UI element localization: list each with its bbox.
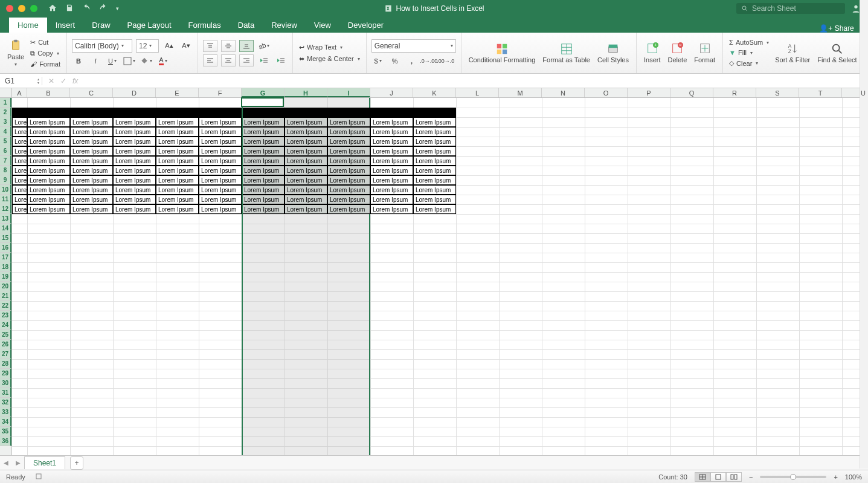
fx-icon[interactable]: fx — [72, 77, 78, 85]
row-header-4[interactable]: 4 — [0, 127, 11, 137]
column-header-E[interactable]: E — [156, 88, 199, 97]
table-cell[interactable]: Lorem Ipsum — [156, 127, 199, 137]
vertical-scrollbar[interactable] — [860, 0, 868, 468]
table-cell[interactable]: Lorem Ipsum — [285, 117, 327, 127]
table-cell[interactable]: Lorem Ipsum — [156, 185, 199, 195]
sheet-nav-next[interactable]: ▶ — [12, 459, 24, 466]
column-header-O[interactable]: O — [585, 88, 628, 97]
column-header-K[interactable]: K — [413, 88, 456, 97]
table-cell[interactable]: Lorem Ipsum — [199, 185, 242, 195]
font-size-combo[interactable]: 12▾ — [136, 39, 159, 53]
table-cell[interactable]: Lorem Ipsum — [370, 166, 413, 175]
column-header-S[interactable]: S — [756, 88, 799, 97]
row-header-30[interactable]: 30 — [0, 378, 11, 388]
align-left-button[interactable] — [203, 54, 217, 66]
row-header-11[interactable]: 11 — [0, 195, 11, 204]
row-header-8[interactable]: 8 — [0, 166, 11, 175]
undo-icon[interactable] — [82, 4, 91, 14]
fill-color-button[interactable] — [140, 55, 153, 67]
borders-button[interactable] — [123, 55, 136, 67]
column-header-Q[interactable]: Q — [670, 88, 713, 97]
cell-styles-button[interactable]: Cell Styles — [595, 35, 631, 70]
table-cell[interactable]: Lorem Ipsum — [413, 156, 456, 166]
column-header-U[interactable]: U — [842, 88, 868, 97]
table-cell[interactable]: Lorem Ipsum — [156, 166, 199, 175]
table-cell[interactable]: Lorem Ipsum — [285, 185, 327, 195]
font-color-button[interactable]: A — [156, 55, 170, 67]
row-header-36[interactable]: 36 — [0, 436, 11, 446]
redo-icon[interactable] — [99, 4, 108, 14]
table-cell[interactable]: Lorem Ipsum — [70, 127, 113, 137]
tab-page-layout[interactable]: Page Layout — [119, 18, 180, 33]
bold-button[interactable]: B — [72, 55, 85, 67]
zoom-out-button[interactable]: − — [749, 473, 753, 481]
table-cell[interactable]: Lorem Ipsum — [70, 137, 113, 146]
table-cell[interactable]: Lorem Ipsum — [413, 195, 456, 204]
table-cell[interactable]: Lorem Ipsum — [27, 137, 70, 146]
row-header-27[interactable]: 27 — [0, 349, 11, 359]
table-cell[interactable]: Lorem Ipsum — [70, 166, 113, 175]
table-cell[interactable]: Lorem Ipsum — [27, 156, 70, 166]
column-header-T[interactable]: T — [799, 88, 842, 97]
table-cell[interactable]: Lorem Ipsum — [27, 185, 70, 195]
table-cell[interactable]: Lorem Ipsum — [12, 175, 27, 185]
column-header-J[interactable]: J — [370, 88, 413, 97]
table-header-cell[interactable] — [413, 108, 456, 117]
active-cell[interactable] — [241, 97, 284, 107]
tab-insert[interactable]: Insert — [47, 18, 84, 33]
table-cell[interactable]: Lorem Ipsum — [327, 117, 370, 127]
zoom-slider[interactable] — [760, 476, 826, 478]
table-cell[interactable]: Lorem Ipsum — [113, 117, 156, 127]
table-cell[interactable]: Lorem Ipsum — [156, 175, 199, 185]
table-cell[interactable]: Lorem Ipsum — [12, 137, 27, 146]
table-cell[interactable]: Lorem Ipsum — [70, 146, 113, 156]
table-cell[interactable]: Lorem Ipsum — [199, 137, 242, 146]
table-header-cell[interactable] — [12, 108, 27, 117]
spreadsheet-grid[interactable]: ABCDEFGHIJKLMNOPQRSTUV 12345678910111213… — [0, 88, 868, 455]
orientation-button[interactable]: ab — [257, 40, 271, 52]
row-header-22[interactable]: 22 — [0, 301, 11, 311]
table-cell[interactable]: Lorem Ipsum — [285, 127, 327, 137]
row-header-12[interactable]: 12 — [0, 204, 11, 214]
align-center-button[interactable] — [221, 54, 236, 66]
row-header-14[interactable]: 14 — [0, 224, 11, 233]
view-page-break-button[interactable] — [726, 472, 742, 482]
table-cell[interactable]: Lorem Ipsum — [242, 146, 285, 156]
table-cell[interactable]: Lorem Ipsum — [285, 195, 327, 204]
table-cell[interactable]: Lorem Ipsum — [113, 204, 156, 214]
row-header-20[interactable]: 20 — [0, 282, 11, 291]
row-header-28[interactable]: 28 — [0, 359, 11, 369]
tab-home[interactable]: Home — [9, 18, 47, 33]
table-cell[interactable]: Lorem Ipsum — [327, 156, 370, 166]
tab-developer[interactable]: Developer — [339, 18, 392, 33]
tab-review[interactable]: Review — [263, 18, 306, 33]
sort-filter-button[interactable]: AZSort & Filter — [773, 36, 812, 71]
table-cell[interactable]: Lorem Ipsum — [413, 127, 456, 137]
table-cell[interactable]: Lorem Ipsum — [413, 204, 456, 214]
table-cell[interactable]: Lorem Ipsum — [113, 166, 156, 175]
sheet-nav-prev[interactable]: ◀ — [0, 459, 12, 466]
search-sheet-input[interactable]: Search Sheet — [736, 3, 845, 14]
table-cell[interactable]: Lorem Ipsum — [113, 185, 156, 195]
table-cell[interactable]: Lorem Ipsum — [113, 156, 156, 166]
column-header-L[interactable]: L — [456, 88, 499, 97]
table-cell[interactable]: Lorem Ipsum — [199, 204, 242, 214]
table-cell[interactable]: Lorem Ipsum — [370, 117, 413, 127]
macro-record-icon[interactable] — [35, 473, 42, 481]
column-header-B[interactable]: B — [27, 88, 70, 97]
table-cell[interactable]: Lorem Ipsum — [199, 127, 242, 137]
format-cells-button[interactable]: Format — [692, 35, 718, 70]
row-header-24[interactable]: 24 — [0, 320, 11, 330]
row-header-5[interactable]: 5 — [0, 137, 11, 146]
cancel-formula-icon[interactable]: ✕ — [48, 77, 54, 85]
table-cell[interactable]: Lorem Ipsum — [285, 137, 327, 146]
table-cell[interactable]: Lorem Ipsum — [12, 204, 27, 214]
table-cell[interactable]: Lorem Ipsum — [370, 195, 413, 204]
save-icon[interactable] — [65, 4, 74, 14]
table-cell[interactable]: Lorem Ipsum — [27, 146, 70, 156]
align-middle-button[interactable] — [221, 40, 236, 52]
tab-draw[interactable]: Draw — [83, 18, 118, 33]
table-cell[interactable]: Lorem Ipsum — [70, 185, 113, 195]
table-cell[interactable]: Lorem Ipsum — [370, 137, 413, 146]
table-header-cell[interactable] — [242, 108, 285, 117]
